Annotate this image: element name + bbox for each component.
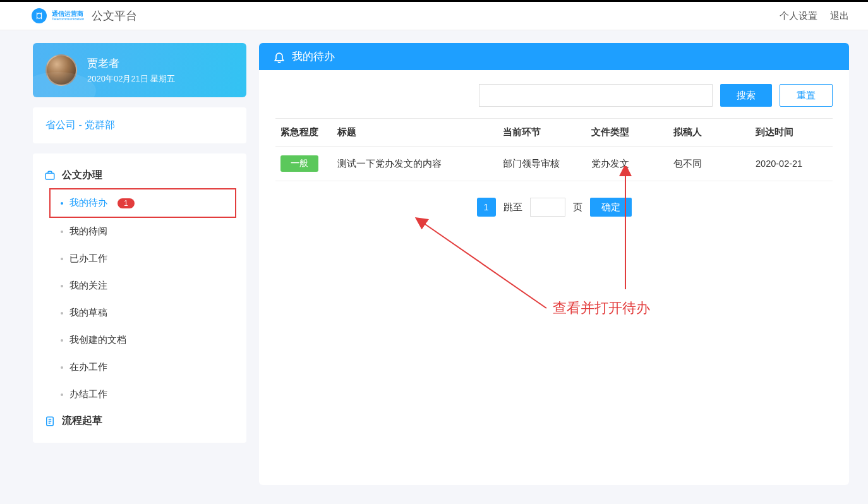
menu-heading-docs[interactable]: 公文办理 bbox=[44, 162, 235, 188]
profile-info: 贾老者 2020年02月21日 星期五 bbox=[87, 56, 175, 85]
settings-link[interactable]: 个人设置 bbox=[780, 10, 817, 22]
col-arrived: 到达时间 bbox=[750, 119, 833, 147]
profile-date: 2020年02月21日 星期五 bbox=[87, 73, 175, 85]
briefcase-icon bbox=[44, 170, 56, 181]
svg-rect-0 bbox=[45, 173, 54, 179]
bullet-icon bbox=[61, 231, 63, 233]
col-filetype: 文件类型 bbox=[586, 119, 668, 147]
urgency-tag: 一般 bbox=[280, 155, 318, 172]
table-row[interactable]: 一般 测试一下党办发文的内容 部门领导审核 党办发文 包不同 2020-02-2… bbox=[275, 147, 833, 181]
col-urgency: 紧急程度 bbox=[275, 119, 332, 147]
cell-drafter: 包不同 bbox=[668, 147, 750, 181]
bullet-icon bbox=[61, 202, 63, 205]
menu-item-label: 在办工作 bbox=[69, 361, 107, 373]
annotation-text: 查看并打开待办 bbox=[553, 299, 650, 318]
menu-item-label: 办结工作 bbox=[69, 388, 107, 400]
profile-name: 贾老者 bbox=[87, 56, 175, 71]
todo-count-badge: 1 bbox=[118, 198, 135, 208]
logout-link[interactable]: 退出 bbox=[830, 10, 849, 22]
jump-label: 跳至 bbox=[503, 201, 522, 213]
menu-item-completed[interactable]: 办结工作 bbox=[51, 381, 235, 408]
menu-item-in-progress[interactable]: 在办工作 bbox=[51, 354, 235, 381]
page-number-current[interactable]: 1 bbox=[477, 198, 496, 217]
main-layout: 贾老者 2020年02月21日 星期五 省公司 - 党群部 公文办理 我的待办 … bbox=[0, 30, 868, 498]
pagination: 1 跳至 页 确定 bbox=[275, 198, 833, 217]
menu-item-my-draft[interactable]: 我的草稿 bbox=[51, 299, 235, 327]
annotation-arrow-left bbox=[414, 213, 553, 321]
menu-item-label: 已办工作 bbox=[69, 253, 107, 265]
menu-item-label: 我创建的文档 bbox=[69, 334, 126, 346]
svg-line-2 bbox=[423, 223, 546, 308]
content-area: 我的待办 搜索 重置 紧急程度 标题 当前环节 文件类型 拟稿人 bbox=[259, 43, 849, 485]
todo-table: 紧急程度 标题 当前环节 文件类型 拟稿人 到达时间 一般 bbox=[275, 118, 833, 181]
sidebar: 贾老者 2020年02月21日 星期五 省公司 - 党群部 公文办理 我的待办 … bbox=[33, 43, 246, 485]
panel-title: 我的待办 bbox=[292, 49, 335, 64]
brand-logo-icon bbox=[32, 8, 47, 23]
page-unit-label: 页 bbox=[573, 201, 582, 213]
menu-heading-flow[interactable]: 流程起草 bbox=[44, 408, 235, 434]
brand-cn: 通信运营商 bbox=[52, 11, 84, 17]
page-confirm-button[interactable]: 确定 bbox=[590, 198, 632, 217]
page-jump-input[interactable] bbox=[530, 198, 565, 217]
bullet-icon bbox=[61, 366, 63, 369]
brand-area: 通信运营商 Telecommunication 公文平台 bbox=[32, 8, 137, 23]
annotation-arrow-up bbox=[613, 166, 638, 292]
col-title: 标题 bbox=[332, 119, 498, 147]
reset-button[interactable]: 重置 bbox=[780, 84, 833, 107]
header-actions: 个人设置 退出 bbox=[780, 10, 849, 22]
menu-heading-label: 流程起草 bbox=[62, 414, 102, 428]
cell-filetype: 党办发文 bbox=[586, 147, 668, 181]
menu-item-label: 我的待办 bbox=[69, 197, 107, 209]
brand-text: 通信运营商 Telecommunication bbox=[52, 11, 84, 21]
menu-item-my-created[interactable]: 我创建的文档 bbox=[51, 327, 235, 354]
org-card: 省公司 - 党群部 bbox=[33, 107, 246, 143]
bullet-icon bbox=[61, 339, 63, 342]
menu-item-my-todo[interactable]: 我的待办 1 bbox=[49, 188, 236, 218]
bullet-icon bbox=[61, 393, 63, 396]
nav-menu: 公文办理 我的待办 1 我的待阅 已办工作 bbox=[33, 153, 246, 443]
menu-heading-label: 公文办理 bbox=[62, 169, 102, 182]
cell-title: 测试一下党办发文的内容 bbox=[332, 147, 498, 181]
cell-urgency: 一般 bbox=[275, 147, 332, 181]
cell-arrived: 2020-02-21 bbox=[750, 147, 833, 181]
menu-section-flow: 流程起草 bbox=[33, 408, 246, 434]
col-stage: 当前环节 bbox=[498, 119, 586, 147]
profile-card: 贾老者 2020年02月21日 星期五 bbox=[33, 43, 246, 97]
panel-body: 搜索 重置 紧急程度 标题 当前环节 文件类型 拟稿人 到达时间 bbox=[259, 70, 849, 485]
todo-panel: 我的待办 搜索 重置 紧急程度 标题 当前环节 文件类型 拟稿人 bbox=[259, 43, 849, 485]
brand-en: Telecommunication bbox=[52, 17, 84, 21]
bullet-icon bbox=[61, 258, 63, 260]
menu-section-docs: 公文办理 我的待办 1 我的待阅 已办工作 bbox=[33, 162, 246, 408]
menu-item-my-read[interactable]: 我的待阅 bbox=[51, 218, 235, 245]
menu-item-done[interactable]: 已办工作 bbox=[51, 245, 235, 272]
app-header: 通信运营商 Telecommunication 公文平台 个人设置 退出 bbox=[0, 2, 868, 30]
search-button[interactable]: 搜索 bbox=[720, 84, 772, 107]
search-input[interactable] bbox=[479, 84, 713, 107]
bell-icon bbox=[273, 51, 286, 63]
org-label: 省公司 - 党群部 bbox=[45, 119, 115, 130]
bullet-icon bbox=[61, 312, 63, 315]
menu-item-label: 我的待阅 bbox=[69, 225, 107, 237]
panel-header: 我的待办 bbox=[259, 43, 849, 70]
app-title: 公文平台 bbox=[92, 8, 137, 23]
bullet-icon bbox=[61, 285, 63, 287]
avatar bbox=[45, 54, 77, 86]
menu-item-label: 我的关注 bbox=[69, 280, 107, 292]
document-icon bbox=[44, 416, 56, 427]
search-bar: 搜索 重置 bbox=[275, 84, 833, 107]
col-drafter: 拟稿人 bbox=[668, 119, 750, 147]
menu-items: 我的待办 1 我的待阅 已办工作 我的关注 bbox=[44, 188, 235, 408]
cell-stage: 部门领导审核 bbox=[498, 147, 586, 181]
table-head: 紧急程度 标题 当前环节 文件类型 拟稿人 到达时间 bbox=[275, 119, 833, 147]
menu-item-my-follow[interactable]: 我的关注 bbox=[51, 272, 235, 299]
menu-item-label: 我的草稿 bbox=[69, 307, 107, 319]
